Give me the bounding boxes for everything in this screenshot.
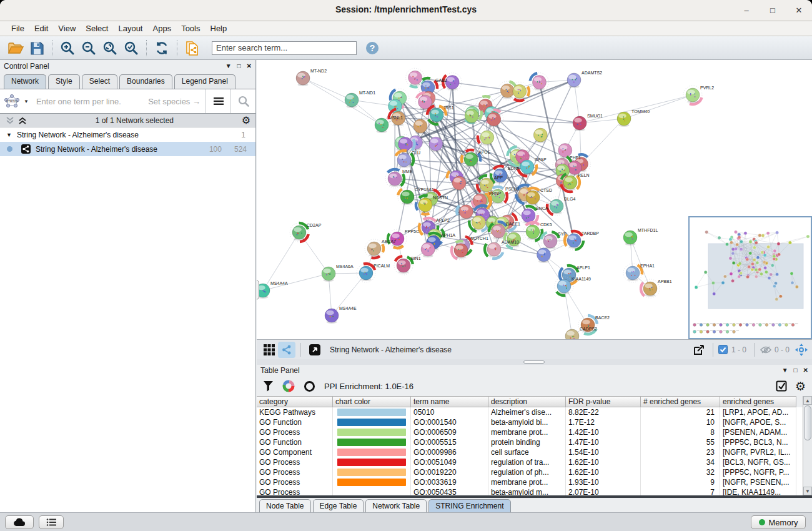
open-session-button[interactable] [5, 39, 26, 57]
network-node[interactable] [429, 137, 443, 152]
zoom-in-button[interactable] [57, 39, 78, 57]
table-row[interactable]: GO ComponentGO:0009986cell surface1.54E-… [257, 447, 803, 457]
network-node-SYP[interactable]: SYP [541, 232, 567, 251]
pan-compass-icon[interactable] [795, 343, 808, 357]
tab-legend-panel[interactable]: Legend Panel [174, 74, 235, 89]
network-node-TOMM40[interactable]: TOMM40 [617, 109, 650, 127]
table-row[interactable]: GO ProcessGO:0019220regulation of ph...1… [257, 467, 803, 477]
scroll-thumb[interactable] [804, 405, 811, 440]
table-settings-gear-icon[interactable]: ⚙ [795, 380, 806, 392]
grid-view-button[interactable] [260, 342, 278, 358]
network-node-MS4A4A[interactable]: MS4A4A [257, 281, 288, 299]
collapse-all-icon[interactable] [5, 116, 15, 125]
string-search-button[interactable] [230, 89, 255, 113]
filter-icon[interactable] [263, 380, 274, 392]
network-from-file-button[interactable] [182, 39, 203, 57]
table-row[interactable]: GO ProcessGO:0006509membrane prot...1.42… [257, 427, 803, 437]
float-panel-icon[interactable]: ▼ [225, 63, 232, 69]
column-header-enriched-genes[interactable]: enriched genes [720, 396, 796, 407]
network-canvas[interactable]: MT-ND2ADAMTS2GAB2PVRL2MT-ND1IRS1TOMM40SM… [257, 60, 812, 339]
tab-network[interactable]: Network [4, 74, 46, 89]
maximize-button[interactable]: □ [766, 4, 780, 17]
network-node-PVRL2[interactable]: PVRL2 [683, 86, 714, 104]
network-node-BIN1[interactable]: BIN1 [394, 256, 421, 275]
table-row[interactable]: GO FunctionGO:0005515protein binding1.47… [257, 437, 803, 447]
network-view-button[interactable] [278, 342, 295, 358]
float-panel-icon[interactable]: ▼ [782, 367, 788, 374]
table-row[interactable]: GO ProcessGO:0051049regulation of tra...… [257, 457, 803, 467]
menu-view[interactable]: View [53, 22, 81, 34]
zoom-fit-button[interactable] [99, 39, 121, 57]
network-node[interactable] [485, 110, 503, 129]
tab-style[interactable]: Style [48, 74, 80, 89]
horizontal-splitter[interactable] [257, 359, 812, 365]
selected-checkbox-icon[interactable] [718, 345, 728, 354]
network-node-DLG4[interactable]: DLG4 [547, 197, 575, 216]
enrichment-chart-icon[interactable] [282, 380, 295, 392]
help-button[interactable]: ? [362, 39, 383, 57]
hidden-eye-icon[interactable] [760, 345, 772, 354]
network-node-PICALM[interactable]: PICALM [357, 264, 390, 282]
network-node[interactable] [510, 82, 529, 101]
table-row[interactable]: KEGG Pathways05010Alzheimer's dise...8.8… [257, 407, 803, 417]
column-header-description[interactable]: description [488, 396, 566, 407]
menu-file[interactable]: File [6, 22, 29, 34]
tab-edge-table[interactable]: Edge Table [313, 499, 364, 513]
network-node-MTHFD1L[interactable]: MTHFD1L [623, 228, 658, 246]
network-node[interactable] [505, 230, 523, 249]
network-node[interactable] [465, 109, 478, 124]
ring-chart-icon[interactable] [304, 380, 315, 392]
network-node[interactable] [413, 119, 427, 134]
column-header--enriched-genes[interactable]: # enriched genes [641, 396, 720, 407]
network-node-TARDBP[interactable]: TARDBP [565, 231, 599, 250]
scroll-down-arrow[interactable]: ▼ [803, 487, 812, 495]
network-node-BACE2[interactable]: BACE2 [578, 315, 610, 334]
panel-splitter-handle[interactable] [257, 280, 259, 300]
table-scrollbar[interactable]: ▲ ▼ [803, 396, 812, 495]
network-node-ADAMTS2[interactable]: ADAMTS2 [567, 71, 602, 88]
birds-eye-view[interactable] [688, 216, 812, 339]
tab-network-table[interactable]: Network Table [365, 499, 427, 513]
string-options-button[interactable] [205, 89, 230, 113]
network-node-APBB1[interactable]: APBB1 [641, 279, 672, 298]
network-node-ABCA7[interactable]: ABCA7 [365, 239, 396, 258]
tree-expand-icon[interactable]: ▼ [6, 132, 12, 138]
set-species-label[interactable]: Set species → [148, 97, 201, 106]
tab-string-enrichment[interactable]: STRING Enrichment [428, 499, 510, 513]
network-node-EPHA1[interactable]: EPHA1 [623, 264, 655, 282]
zoom-selected-button[interactable] [121, 39, 142, 57]
column-header-term-name[interactable]: term name [411, 396, 488, 407]
splitter-handle[interactable] [523, 360, 545, 364]
network-node[interactable] [452, 176, 466, 191]
network-node-MT-ND2[interactable]: MT-ND2 [296, 69, 327, 86]
expand-all-icon[interactable] [17, 116, 27, 125]
network-node-PPP5C[interactable]: PPP5C [388, 229, 419, 248]
network-node-CD2AP[interactable]: CD2AP [290, 223, 322, 242]
network-node[interactable] [530, 73, 548, 92]
refresh-button[interactable] [151, 39, 172, 57]
network-node[interactable] [421, 242, 435, 257]
open-in-browser-button[interactable] [306, 342, 324, 358]
save-session-button[interactable] [26, 39, 47, 57]
column-header-category[interactable]: category [257, 396, 333, 407]
close-button[interactable]: ✕ [792, 4, 806, 17]
menu-select[interactable]: Select [81, 22, 113, 34]
task-history-button[interactable] [39, 515, 64, 529]
string-query-placeholder[interactable]: Enter one term per line. [36, 97, 121, 106]
select-all-checkbox-icon[interactable] [776, 380, 788, 392]
menu-tools[interactable]: Tools [176, 22, 205, 34]
network-node-MS4A4E[interactable]: MS4A4E [325, 306, 357, 324]
search-input[interactable] [212, 41, 357, 55]
network-row-selected[interactable]: String Network - Alzheimer's disease1005… [0, 142, 255, 156]
menu-help[interactable]: Help [205, 22, 232, 34]
close-panel-icon[interactable]: ✕ [247, 63, 252, 69]
string-search-provider[interactable]: STRING ▼ [0, 93, 31, 109]
menu-layout[interactable]: Layout [113, 22, 147, 34]
network-node-MT-ND1[interactable]: MT-ND1 [345, 91, 375, 108]
zoom-out-button[interactable] [78, 39, 99, 57]
memory-button[interactable]: Memory [751, 515, 806, 529]
menu-apps[interactable]: Apps [148, 22, 177, 34]
network-collection-row[interactable]: ▼String Network - Alzheimer's disease1 [0, 127, 255, 142]
tab-boundaries[interactable]: Boundaries [119, 74, 172, 89]
tab-node-table[interactable]: Node Table [259, 499, 311, 513]
